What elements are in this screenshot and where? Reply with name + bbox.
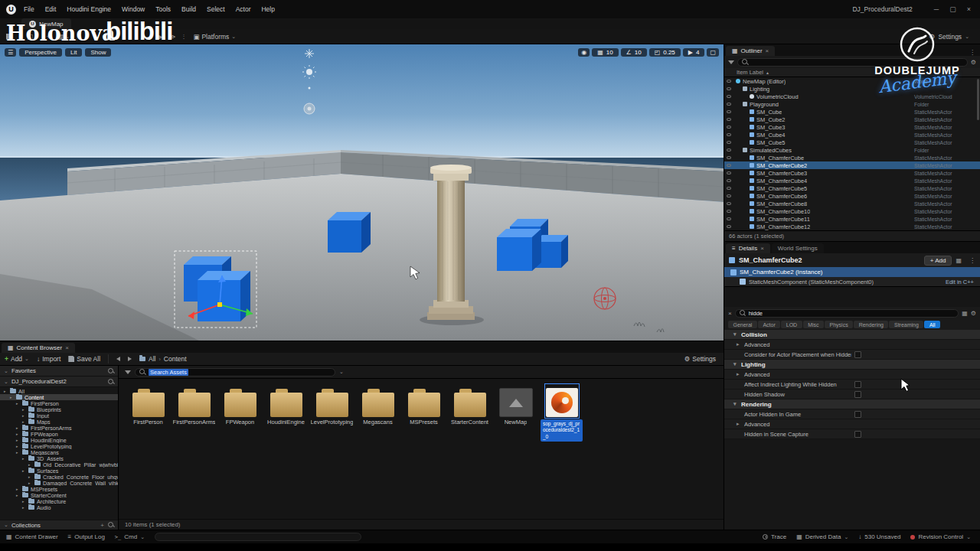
visibility-eye-icon[interactable]	[727, 171, 731, 174]
clear-search-icon[interactable]: ×	[728, 310, 732, 317]
save-search-icon[interactable]: ⌄	[339, 369, 344, 375]
close-icon[interactable]: ×	[760, 245, 764, 252]
console-command-input[interactable]	[155, 533, 361, 541]
menu-item[interactable]: Edit	[45, 5, 57, 13]
outliner-row[interactable]: SM_Cube3 StaticMeshActor	[724, 123, 980, 131]
filter-chip[interactable]: All	[924, 321, 940, 328]
asset-tile[interactable]: Megascans	[356, 385, 400, 425]
menu-item[interactable]: Houdini Engine	[67, 5, 111, 13]
visibility-eye-icon[interactable]	[727, 103, 731, 106]
asset-tile[interactable]: sop_grays_dj_proceduraldest2_1_0	[540, 385, 583, 442]
transform-space-toggle[interactable]: ◉	[578, 48, 590, 57]
tree-item[interactable]: ▸ FirstPersonArms	[0, 425, 118, 431]
project-header[interactable]: ⌄ DJ_ProceduralDest2	[0, 377, 118, 387]
checkbox[interactable]	[854, 431, 861, 438]
menu-item[interactable]: File	[24, 5, 34, 13]
add-actor-button[interactable]: +	[46, 33, 50, 41]
filter-chip[interactable]: Physics	[825, 321, 853, 328]
viewport-scene[interactable]	[0, 44, 724, 341]
asset-tile[interactable]: FPWeapon	[218, 385, 262, 425]
outliner-row[interactable]: Lighting	[724, 85, 980, 93]
tree-item[interactable]: ▸ StarterContent	[0, 492, 118, 498]
blueprints-dropdown[interactable]: ▦⌄	[57, 33, 70, 41]
property-row[interactable]: Affect Indirect Lighting While Hidden	[724, 380, 980, 390]
property-row[interactable]: Actor Hidden In Game	[724, 409, 980, 419]
level-viewport[interactable]: ☰ Perspective Lit Show ◉ ▦10 ∠10 ◰0.25 ▶…	[0, 44, 724, 341]
visibility-eye-icon[interactable]	[727, 148, 731, 152]
favorites-header[interactable]: ⌄ Favorites	[0, 366, 118, 377]
content-browser-tab[interactable]: ▦ Content Browser ×	[2, 343, 75, 353]
asset-tile[interactable]: LevelPrototyping	[310, 385, 354, 425]
platforms-dropdown[interactable]: ▣ Platforms ⌄	[193, 33, 236, 41]
maximize-viewport-button[interactable]: ▢	[707, 48, 719, 57]
scale-snap-control[interactable]: ◰0.25	[649, 48, 681, 57]
property-row[interactable]: Lighting	[724, 360, 980, 370]
add-button[interactable]: +Add⌄	[5, 355, 29, 363]
outliner-row[interactable]: SM_ChamferCube5 StaticMeshActor	[724, 184, 980, 192]
tree-item[interactable]: ▸ Content	[0, 394, 118, 400]
play-options-dropdown[interactable]: ⋮	[181, 34, 186, 40]
outliner-row[interactable]: SM_ChamferCube2 StaticMeshActor	[724, 161, 980, 169]
trace-button[interactable]: Trace	[763, 533, 786, 540]
filter-chip[interactable]: General	[728, 321, 757, 328]
asset-search-input[interactable]: Search Assets	[135, 368, 335, 377]
property-row[interactable]: Advanced	[724, 340, 980, 350]
tree-item[interactable]: ▸ Damaged_Concrete_Wall_vihkjcg	[0, 480, 118, 486]
visibility-eye-icon[interactable]	[727, 87, 731, 90]
tree-item[interactable]: ▸ Surfaces	[0, 468, 118, 474]
outliner-column-header[interactable]: Item Label ▲	[724, 68, 980, 77]
edit-in-cpp-link[interactable]: Edit in C++	[946, 279, 974, 285]
filter-chip[interactable]: Misc	[803, 321, 824, 328]
viewport-options-menu[interactable]: ☰	[5, 48, 16, 57]
blue-cube-center[interactable]	[328, 212, 371, 253]
component-row-instance[interactable]: SM_ChamferCube2 (Instance)	[724, 267, 980, 277]
display-options-icon[interactable]: ▦	[962, 310, 968, 317]
asset-tile[interactable]: FirstPerson	[126, 385, 170, 425]
visibility-eye-icon[interactable]	[727, 118, 731, 121]
visibility-eye-icon[interactable]	[727, 194, 731, 197]
level-tab[interactable]: U NewMap	[21, 18, 71, 29]
outliner-row[interactable]: SM_ChamferCube6 StaticMeshActor	[724, 192, 980, 200]
outliner-row[interactable]: SM_ChamferCube4 StaticMeshActor	[724, 177, 980, 184]
collections-header[interactable]: ⌄ Collections +	[0, 520, 118, 530]
property-row[interactable]: Hidden Shadow	[724, 390, 980, 399]
outliner-row[interactable]: Playground Folder	[724, 100, 980, 108]
property-row[interactable]: Advanced	[724, 419, 980, 429]
perspective-dropdown[interactable]: Perspective	[19, 48, 62, 57]
breadcrumb-current[interactable]: Content	[164, 355, 187, 363]
checkbox[interactable]	[854, 351, 861, 358]
property-row[interactable]: Consider for Actor Placement when Hidden	[724, 350, 980, 360]
property-row[interactable]: Rendering	[724, 399, 980, 409]
asset-tile[interactable]: NewMap	[494, 385, 537, 425]
skip-button[interactable]: ≫	[168, 33, 175, 41]
unsaved-indicator[interactable]: ↓ 530 Unsaved	[858, 533, 900, 540]
outliner-row[interactable]: SM_ChamferCube3 StaticMeshActor	[724, 169, 980, 177]
gear-icon[interactable]: ⚙	[971, 310, 976, 317]
outliner-row[interactable]: SM_Cube5 StaticMeshActor	[724, 139, 980, 146]
breadcrumb-root[interactable]: All	[149, 355, 155, 363]
menu-item[interactable]: Window	[122, 5, 145, 13]
tree-item[interactable]: ▸ Architecture	[0, 498, 118, 504]
play-button[interactable]: ▶	[158, 33, 163, 41]
menu-item[interactable]: Help	[261, 5, 274, 13]
settings-dots-icon[interactable]: ⋮	[969, 257, 975, 264]
outliner-tab[interactable]: ▦ Outliner ×	[726, 46, 775, 56]
details-tab[interactable]: ≡ Details ×	[726, 243, 770, 253]
toolbar-settings[interactable]: ⚙ Settings ⌄	[929, 33, 969, 41]
asset-tile[interactable]: StarterContent	[448, 385, 492, 425]
outliner-row[interactable]: SM_ChamferCube10 StaticMeshActor	[724, 207, 980, 215]
outliner-row[interactable]: SM_Cube2 StaticMeshActor	[724, 116, 980, 123]
outliner-row[interactable]: SimulatedCubes Folder	[724, 146, 980, 154]
tree-item[interactable]: ▸ LevelPrototyping	[0, 443, 118, 449]
visibility-eye-icon[interactable]	[727, 202, 731, 205]
cmd-dropdown[interactable]: >_ Cmd ⌄	[115, 533, 145, 540]
camera-speed-control[interactable]: ▶4	[683, 48, 705, 57]
tree-item[interactable]: ▸ FPWeapon	[0, 431, 118, 437]
search-icon[interactable]	[108, 368, 114, 374]
asset-tile[interactable]: FirstPersonArms	[172, 385, 216, 425]
tree-item[interactable]: ▸ Megascans	[0, 449, 118, 455]
save-all-button[interactable]: Save All	[68, 355, 100, 363]
tree-item[interactable]: ▸ HoudiniEngine	[0, 437, 118, 443]
maximize-button[interactable]: ▢	[949, 5, 956, 13]
view-mode-dropdown[interactable]: Lit	[65, 48, 82, 57]
